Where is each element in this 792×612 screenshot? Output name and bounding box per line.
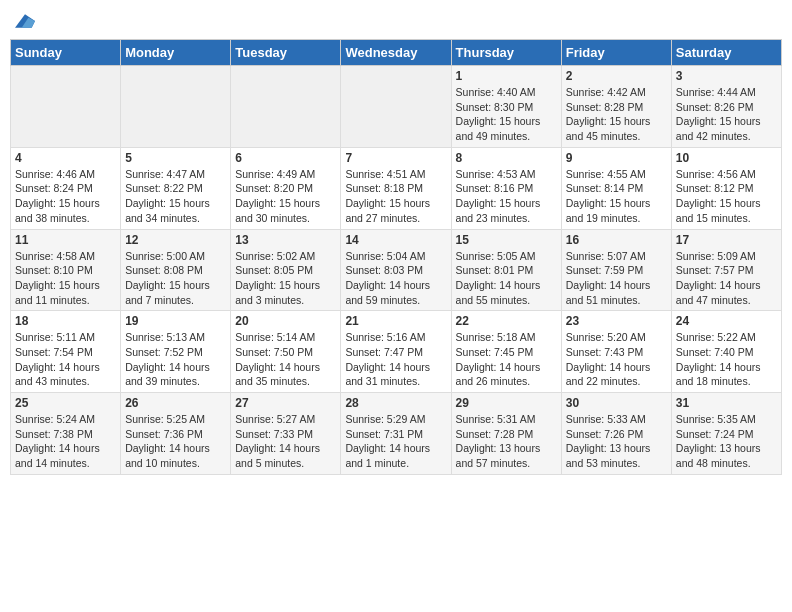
day-number: 26: [125, 396, 226, 410]
calendar-table: SundayMondayTuesdayWednesdayThursdayFrid…: [10, 39, 782, 475]
day-info: Sunrise: 5:13 AM Sunset: 7:52 PM Dayligh…: [125, 330, 226, 389]
day-number: 29: [456, 396, 557, 410]
calendar-cell: 15Sunrise: 5:05 AM Sunset: 8:01 PM Dayli…: [451, 229, 561, 311]
day-number: 31: [676, 396, 777, 410]
day-number: 7: [345, 151, 446, 165]
day-info: Sunrise: 4:49 AM Sunset: 8:20 PM Dayligh…: [235, 167, 336, 226]
day-info: Sunrise: 5:27 AM Sunset: 7:33 PM Dayligh…: [235, 412, 336, 471]
day-number: 25: [15, 396, 116, 410]
day-number: 24: [676, 314, 777, 328]
calendar-cell: 11Sunrise: 4:58 AM Sunset: 8:10 PM Dayli…: [11, 229, 121, 311]
day-number: 14: [345, 233, 446, 247]
weekday-header-saturday: Saturday: [671, 40, 781, 66]
calendar-cell: 8Sunrise: 4:53 AM Sunset: 8:16 PM Daylig…: [451, 147, 561, 229]
day-number: 30: [566, 396, 667, 410]
weekday-header-sunday: Sunday: [11, 40, 121, 66]
day-info: Sunrise: 5:22 AM Sunset: 7:40 PM Dayligh…: [676, 330, 777, 389]
day-number: 16: [566, 233, 667, 247]
day-number: 8: [456, 151, 557, 165]
day-info: Sunrise: 5:29 AM Sunset: 7:31 PM Dayligh…: [345, 412, 446, 471]
calendar-cell: 9Sunrise: 4:55 AM Sunset: 8:14 PM Daylig…: [561, 147, 671, 229]
day-info: Sunrise: 4:46 AM Sunset: 8:24 PM Dayligh…: [15, 167, 116, 226]
calendar-cell: [231, 66, 341, 148]
logo: [14, 10, 37, 31]
day-info: Sunrise: 4:58 AM Sunset: 8:10 PM Dayligh…: [15, 249, 116, 308]
calendar-cell: 20Sunrise: 5:14 AM Sunset: 7:50 PM Dayli…: [231, 311, 341, 393]
day-number: 22: [456, 314, 557, 328]
day-info: Sunrise: 5:09 AM Sunset: 7:57 PM Dayligh…: [676, 249, 777, 308]
calendar-cell: 12Sunrise: 5:00 AM Sunset: 8:08 PM Dayli…: [121, 229, 231, 311]
day-info: Sunrise: 4:53 AM Sunset: 8:16 PM Dayligh…: [456, 167, 557, 226]
calendar-cell: 13Sunrise: 5:02 AM Sunset: 8:05 PM Dayli…: [231, 229, 341, 311]
day-number: 4: [15, 151, 116, 165]
day-info: Sunrise: 5:31 AM Sunset: 7:28 PM Dayligh…: [456, 412, 557, 471]
day-number: 28: [345, 396, 446, 410]
calendar-cell: [121, 66, 231, 148]
calendar-cell: 24Sunrise: 5:22 AM Sunset: 7:40 PM Dayli…: [671, 311, 781, 393]
calendar-cell: 23Sunrise: 5:20 AM Sunset: 7:43 PM Dayli…: [561, 311, 671, 393]
day-info: Sunrise: 5:00 AM Sunset: 8:08 PM Dayligh…: [125, 249, 226, 308]
day-number: 15: [456, 233, 557, 247]
day-info: Sunrise: 5:20 AM Sunset: 7:43 PM Dayligh…: [566, 330, 667, 389]
calendar-cell: 30Sunrise: 5:33 AM Sunset: 7:26 PM Dayli…: [561, 393, 671, 475]
day-number: 1: [456, 69, 557, 83]
day-number: 21: [345, 314, 446, 328]
day-info: Sunrise: 5:33 AM Sunset: 7:26 PM Dayligh…: [566, 412, 667, 471]
day-info: Sunrise: 5:14 AM Sunset: 7:50 PM Dayligh…: [235, 330, 336, 389]
day-number: 11: [15, 233, 116, 247]
calendar-cell: 4Sunrise: 4:46 AM Sunset: 8:24 PM Daylig…: [11, 147, 121, 229]
day-info: Sunrise: 5:05 AM Sunset: 8:01 PM Dayligh…: [456, 249, 557, 308]
day-info: Sunrise: 4:42 AM Sunset: 8:28 PM Dayligh…: [566, 85, 667, 144]
calendar-cell: 27Sunrise: 5:27 AM Sunset: 7:33 PM Dayli…: [231, 393, 341, 475]
day-info: Sunrise: 4:56 AM Sunset: 8:12 PM Dayligh…: [676, 167, 777, 226]
day-info: Sunrise: 4:55 AM Sunset: 8:14 PM Dayligh…: [566, 167, 667, 226]
calendar-cell: 28Sunrise: 5:29 AM Sunset: 7:31 PM Dayli…: [341, 393, 451, 475]
calendar-cell: 19Sunrise: 5:13 AM Sunset: 7:52 PM Dayli…: [121, 311, 231, 393]
day-number: 17: [676, 233, 777, 247]
calendar-cell: 25Sunrise: 5:24 AM Sunset: 7:38 PM Dayli…: [11, 393, 121, 475]
day-info: Sunrise: 5:25 AM Sunset: 7:36 PM Dayligh…: [125, 412, 226, 471]
day-number: 20: [235, 314, 336, 328]
day-info: Sunrise: 4:47 AM Sunset: 8:22 PM Dayligh…: [125, 167, 226, 226]
day-info: Sunrise: 5:04 AM Sunset: 8:03 PM Dayligh…: [345, 249, 446, 308]
day-number: 18: [15, 314, 116, 328]
calendar-cell: 10Sunrise: 4:56 AM Sunset: 8:12 PM Dayli…: [671, 147, 781, 229]
calendar-cell: 26Sunrise: 5:25 AM Sunset: 7:36 PM Dayli…: [121, 393, 231, 475]
calendar-cell: 5Sunrise: 4:47 AM Sunset: 8:22 PM Daylig…: [121, 147, 231, 229]
day-number: 10: [676, 151, 777, 165]
day-number: 23: [566, 314, 667, 328]
weekday-header-friday: Friday: [561, 40, 671, 66]
calendar-cell: 3Sunrise: 4:44 AM Sunset: 8:26 PM Daylig…: [671, 66, 781, 148]
day-number: 9: [566, 151, 667, 165]
day-info: Sunrise: 5:07 AM Sunset: 7:59 PM Dayligh…: [566, 249, 667, 308]
calendar-cell: 14Sunrise: 5:04 AM Sunset: 8:03 PM Dayli…: [341, 229, 451, 311]
calendar-cell: 17Sunrise: 5:09 AM Sunset: 7:57 PM Dayli…: [671, 229, 781, 311]
calendar-cell: 18Sunrise: 5:11 AM Sunset: 7:54 PM Dayli…: [11, 311, 121, 393]
calendar-cell: 2Sunrise: 4:42 AM Sunset: 8:28 PM Daylig…: [561, 66, 671, 148]
day-info: Sunrise: 5:02 AM Sunset: 8:05 PM Dayligh…: [235, 249, 336, 308]
day-number: 13: [235, 233, 336, 247]
weekday-header-monday: Monday: [121, 40, 231, 66]
day-info: Sunrise: 5:35 AM Sunset: 7:24 PM Dayligh…: [676, 412, 777, 471]
calendar-cell: 1Sunrise: 4:40 AM Sunset: 8:30 PM Daylig…: [451, 66, 561, 148]
day-number: 2: [566, 69, 667, 83]
calendar-cell: 16Sunrise: 5:07 AM Sunset: 7:59 PM Dayli…: [561, 229, 671, 311]
weekday-header-tuesday: Tuesday: [231, 40, 341, 66]
calendar-cell: [341, 66, 451, 148]
day-info: Sunrise: 4:40 AM Sunset: 8:30 PM Dayligh…: [456, 85, 557, 144]
page-header: [10, 10, 782, 31]
calendar-cell: 31Sunrise: 5:35 AM Sunset: 7:24 PM Dayli…: [671, 393, 781, 475]
calendar-cell: 7Sunrise: 4:51 AM Sunset: 8:18 PM Daylig…: [341, 147, 451, 229]
weekday-header-thursday: Thursday: [451, 40, 561, 66]
day-number: 19: [125, 314, 226, 328]
calendar-cell: 21Sunrise: 5:16 AM Sunset: 7:47 PM Dayli…: [341, 311, 451, 393]
calendar-cell: [11, 66, 121, 148]
day-info: Sunrise: 4:44 AM Sunset: 8:26 PM Dayligh…: [676, 85, 777, 144]
calendar-cell: 6Sunrise: 4:49 AM Sunset: 8:20 PM Daylig…: [231, 147, 341, 229]
day-number: 27: [235, 396, 336, 410]
day-number: 5: [125, 151, 226, 165]
day-number: 6: [235, 151, 336, 165]
day-number: 12: [125, 233, 226, 247]
calendar-cell: 22Sunrise: 5:18 AM Sunset: 7:45 PM Dayli…: [451, 311, 561, 393]
day-info: Sunrise: 5:11 AM Sunset: 7:54 PM Dayligh…: [15, 330, 116, 389]
